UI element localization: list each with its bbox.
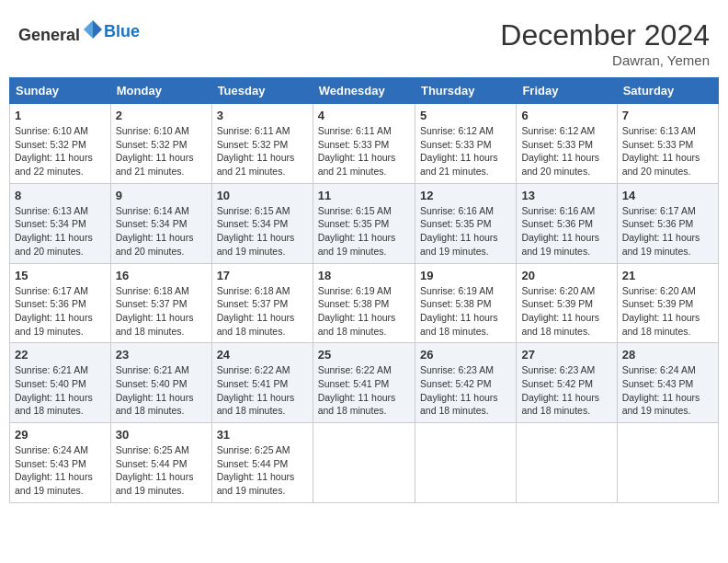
sunrise-label: Sunrise: 6:18 AM [217,285,290,296]
sunrise-label: Sunrise: 6:24 AM [622,364,696,375]
daylight-label: Daylight: 11 hours and 19 minutes. [420,232,498,257]
calendar-day-cell: 13 Sunrise: 6:16 AM Sunset: 5:36 PM Dayl… [517,183,617,263]
daylight-label: Daylight: 11 hours and 18 minutes. [15,392,93,417]
sunrise-label: Sunrise: 6:22 AM [217,364,290,375]
day-info: Sunrise: 6:21 AM Sunset: 5:40 PM Dayligh… [116,363,207,418]
calendar-day-cell: 29 Sunrise: 6:24 AM Sunset: 5:43 PM Dayl… [10,423,111,503]
day-number: 4 [318,109,410,122]
day-info: Sunrise: 6:18 AM Sunset: 5:37 PM Dayligh… [217,284,308,339]
sunrise-label: Sunrise: 6:21 AM [15,364,88,375]
calendar-day-cell: 22 Sunrise: 6:21 AM Sunset: 5:40 PM Dayl… [10,343,111,423]
day-number: 9 [116,189,207,202]
svg-marker-0 [93,20,102,39]
daylight-label: Daylight: 11 hours and 18 minutes. [420,312,498,337]
day-info: Sunrise: 6:12 AM Sunset: 5:33 PM Dayligh… [420,124,511,178]
daylight-label: Daylight: 11 hours and 20 minutes. [521,152,599,177]
calendar-day-cell: 11 Sunrise: 6:15 AM Sunset: 5:35 PM Dayl… [313,183,415,263]
sunset-label: Sunset: 5:37 PM [217,298,289,309]
day-info: Sunrise: 6:20 AM Sunset: 5:39 PM Dayligh… [622,284,713,339]
weekday-header-cell: Wednesday [313,78,415,104]
day-number: 12 [420,189,511,202]
daylight-label: Daylight: 11 hours and 18 minutes. [521,392,599,417]
day-info: Sunrise: 6:24 AM Sunset: 5:43 PM Dayligh… [622,363,713,418]
day-info: Sunrise: 6:19 AM Sunset: 5:38 PM Dayligh… [318,284,410,339]
calendar-day-cell: 26 Sunrise: 6:23 AM Sunset: 5:42 PM Dayl… [415,343,516,423]
calendar-week-row: 22 Sunrise: 6:21 AM Sunset: 5:40 PM Dayl… [10,343,719,423]
daylight-label: Daylight: 11 hours and 21 minutes. [217,152,295,177]
daylight-label: Daylight: 11 hours and 21 minutes. [420,152,498,177]
day-info: Sunrise: 6:25 AM Sunset: 5:44 PM Dayligh… [217,443,308,498]
weekday-header-cell: Monday [110,78,211,104]
day-info: Sunrise: 6:11 AM Sunset: 5:33 PM Dayligh… [318,124,410,178]
calendar-day-cell: 25 Sunrise: 6:22 AM Sunset: 5:41 PM Dayl… [313,343,415,423]
day-number: 29 [15,428,106,442]
calendar-table: SundayMondayTuesdayWednesdayThursdayFrid… [9,77,719,503]
daylight-label: Daylight: 11 hours and 20 minutes. [622,152,700,177]
daylight-label: Daylight: 11 hours and 18 minutes. [217,312,295,337]
sunset-label: Sunset: 5:36 PM [521,218,593,229]
sunset-label: Sunset: 5:39 PM [622,298,694,309]
calendar-body: 1 Sunrise: 6:10 AM Sunset: 5:32 PM Dayli… [10,104,719,503]
sunset-label: Sunset: 5:33 PM [521,139,593,150]
calendar-day-cell: 20 Sunrise: 6:20 AM Sunset: 5:39 PM Dayl… [517,263,617,343]
day-number: 7 [622,109,713,122]
sunset-label: Sunset: 5:32 PM [15,139,86,150]
daylight-label: Daylight: 11 hours and 18 minutes. [521,312,599,337]
daylight-label: Daylight: 11 hours and 19 minutes. [521,232,599,257]
daylight-label: Daylight: 11 hours and 19 minutes. [622,392,700,417]
sunrise-label: Sunrise: 6:23 AM [521,364,595,375]
svg-marker-1 [84,20,93,39]
calendar-day-cell: 28 Sunrise: 6:24 AM Sunset: 5:43 PM Dayl… [617,343,718,423]
day-number: 2 [116,109,207,122]
weekday-header-cell: Thursday [415,78,516,104]
sunrise-label: Sunrise: 6:13 AM [15,205,88,216]
calendar-day-cell: 12 Sunrise: 6:16 AM Sunset: 5:35 PM Dayl… [415,183,516,263]
daylight-label: Daylight: 11 hours and 19 minutes. [318,232,396,257]
sunset-label: Sunset: 5:41 PM [318,378,390,389]
sunrise-label: Sunrise: 6:12 AM [521,125,595,136]
daylight-label: Daylight: 11 hours and 18 minutes. [318,312,396,337]
sunset-label: Sunset: 5:32 PM [116,139,188,150]
day-number: 20 [521,269,611,282]
location-title: Dawran, Yemen [500,52,710,68]
calendar-day-cell: 7 Sunrise: 6:13 AM Sunset: 5:33 PM Dayli… [617,104,718,184]
day-number: 10 [217,189,308,202]
calendar-day-cell: 6 Sunrise: 6:12 AM Sunset: 5:33 PM Dayli… [517,104,617,184]
day-info: Sunrise: 6:15 AM Sunset: 5:35 PM Dayligh… [318,204,410,259]
day-info: Sunrise: 6:19 AM Sunset: 5:38 PM Dayligh… [420,284,511,339]
calendar-day-cell: 3 Sunrise: 6:11 AM Sunset: 5:32 PM Dayli… [211,104,313,184]
calendar-day-cell: 17 Sunrise: 6:18 AM Sunset: 5:37 PM Dayl… [211,263,313,343]
sunset-label: Sunset: 5:36 PM [15,298,86,309]
day-number: 30 [116,428,207,442]
sunrise-label: Sunrise: 6:12 AM [420,125,494,136]
day-number: 14 [622,189,713,202]
sunset-label: Sunset: 5:35 PM [318,218,390,229]
day-number: 23 [116,348,207,362]
daylight-label: Daylight: 11 hours and 19 minutes. [116,471,194,496]
calendar-day-cell: 24 Sunrise: 6:22 AM Sunset: 5:41 PM Dayl… [211,343,313,423]
day-info: Sunrise: 6:10 AM Sunset: 5:32 PM Dayligh… [116,124,207,178]
sunrise-label: Sunrise: 6:21 AM [116,364,189,375]
daylight-label: Daylight: 11 hours and 18 minutes. [420,392,498,417]
sunrise-label: Sunrise: 6:25 AM [217,444,290,455]
calendar-week-row: 1 Sunrise: 6:10 AM Sunset: 5:32 PM Dayli… [10,104,719,184]
sunrise-label: Sunrise: 6:10 AM [15,125,88,136]
calendar-day-cell: 9 Sunrise: 6:14 AM Sunset: 5:34 PM Dayli… [110,183,211,263]
day-number: 17 [217,269,308,282]
sunrise-label: Sunrise: 6:25 AM [116,444,189,455]
sunrise-label: Sunrise: 6:23 AM [420,364,494,375]
daylight-label: Daylight: 11 hours and 20 minutes. [15,232,93,257]
calendar-day-cell: 14 Sunrise: 6:17 AM Sunset: 5:36 PM Dayl… [617,183,718,263]
day-number: 24 [217,348,308,362]
sunset-label: Sunset: 5:44 PM [116,458,188,469]
sunrise-label: Sunrise: 6:11 AM [318,125,392,136]
sunset-label: Sunset: 5:40 PM [116,378,188,389]
sunset-label: Sunset: 5:36 PM [622,218,694,229]
sunrise-label: Sunrise: 6:14 AM [116,205,189,216]
title-area: December 2024 Dawran, Yemen [500,18,710,68]
weekday-header-cell: Sunday [10,78,111,104]
calendar-day-cell: 8 Sunrise: 6:13 AM Sunset: 5:34 PM Dayli… [10,183,111,263]
day-info: Sunrise: 6:16 AM Sunset: 5:36 PM Dayligh… [521,204,611,259]
day-info: Sunrise: 6:20 AM Sunset: 5:39 PM Dayligh… [521,284,611,339]
page-header: General Blue December 2024 Dawran, Yemen [9,9,719,73]
